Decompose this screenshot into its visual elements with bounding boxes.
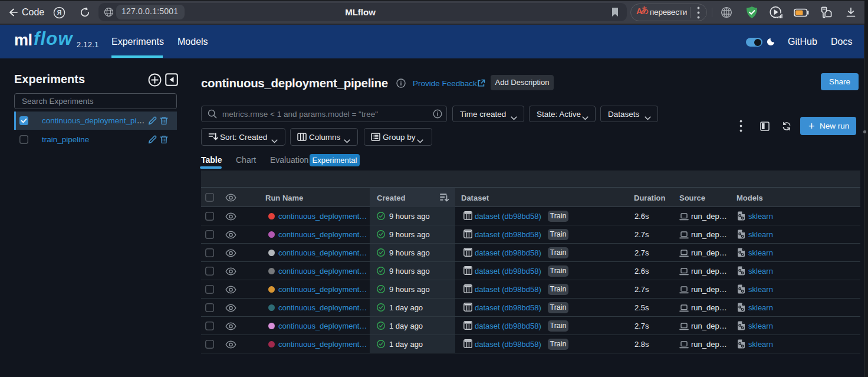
svg-text:Я: Я — [57, 9, 62, 16]
